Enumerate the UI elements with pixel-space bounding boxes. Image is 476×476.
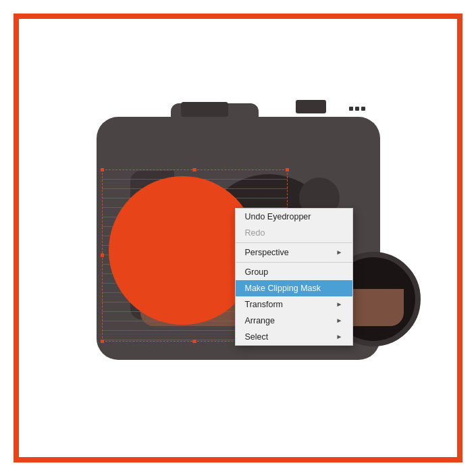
top-right-dots (349, 107, 365, 111)
perspective-arrow: ► (336, 248, 343, 256)
top-dot-3 (361, 107, 365, 111)
menu-item-transform-label: Transform (245, 300, 284, 309)
menu-item-select[interactable]: Select ► (236, 329, 352, 345)
handle-bl (101, 340, 104, 343)
handle-ml (101, 254, 104, 257)
mode-dial (296, 100, 326, 113)
top-dot-1 (349, 107, 353, 111)
separator-1 (236, 242, 352, 243)
menu-item-redo-label: Redo (245, 228, 265, 238)
camera-viewfinder-top (181, 102, 228, 117)
transform-arrow: ► (336, 300, 343, 308)
camera-scene: Undo Eyedropper Redo Perspective ► Group… (63, 97, 414, 380)
menu-item-redo[interactable]: Redo (236, 225, 352, 241)
select-arrow: ► (336, 333, 343, 340)
menu-item-clipping-mask[interactable]: Make Clipping Mask (236, 280, 352, 296)
handle-tm (193, 168, 196, 171)
menu-item-arrange[interactable]: Arrange ► (236, 313, 352, 329)
menu-item-perspective-label: Perspective (245, 248, 289, 257)
handle-tl (101, 168, 104, 171)
menu-item-transform[interactable]: Transform ► (236, 296, 352, 313)
handle-tr (286, 168, 289, 171)
outer-frame: Undo Eyedropper Redo Perspective ► Group… (14, 14, 462, 462)
menu-item-clipping-mask-label: Make Clipping Mask (245, 284, 321, 293)
menu-item-group-label: Group (245, 267, 269, 277)
menu-item-group[interactable]: Group (236, 264, 352, 280)
arrange-arrow: ► (336, 317, 343, 324)
top-dot-2 (355, 107, 359, 111)
separator-2 (236, 262, 352, 263)
menu-item-undo[interactable]: Undo Eyedropper (236, 209, 352, 225)
context-menu: Undo Eyedropper Redo Perspective ► Group… (235, 208, 353, 346)
handle-bm (193, 340, 196, 343)
menu-item-perspective[interactable]: Perspective ► (236, 244, 352, 261)
menu-item-undo-label: Undo Eyedropper (245, 212, 311, 221)
menu-item-arrange-label: Arrange (245, 316, 275, 325)
menu-item-select-label: Select (245, 332, 269, 342)
